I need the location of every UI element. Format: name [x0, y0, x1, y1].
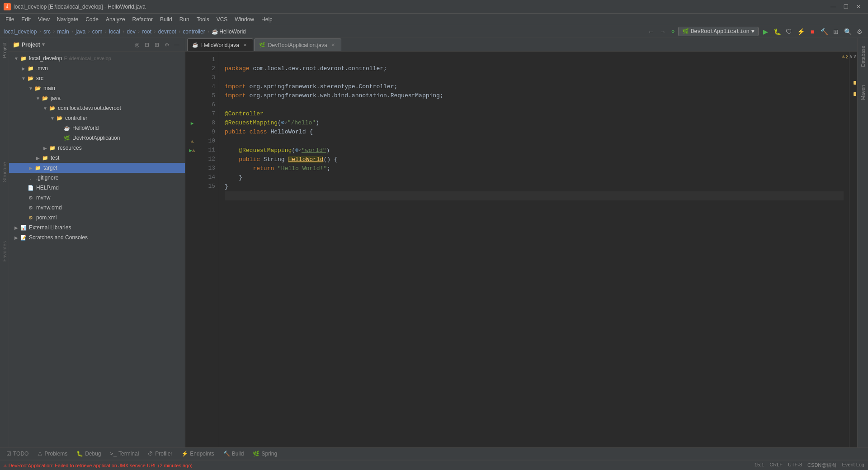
- hide-button[interactable]: —: [172, 40, 181, 49]
- favorites-panel-label[interactable]: Favorites: [2, 241, 7, 261]
- profile-button[interactable]: ⚡: [796, 27, 806, 37]
- coverage-button[interactable]: 🛡: [784, 27, 794, 37]
- build-button[interactable]: 🔨: [819, 27, 829, 37]
- cursor-position[interactable]: 15:1: [755, 462, 764, 469]
- tree-item-external-libraries[interactable]: ▶ 📊 External Libraries: [9, 223, 185, 233]
- structure-panel-label[interactable]: Structure: [2, 162, 7, 182]
- debug-button[interactable]: 🐛: [772, 27, 782, 37]
- run-button[interactable]: ▶: [760, 27, 770, 37]
- collapse-button[interactable]: ⊟: [142, 40, 151, 49]
- tree-item-controller[interactable]: ▼ 📂 controller: [9, 113, 185, 123]
- charset[interactable]: UTF-8: [788, 462, 802, 469]
- todo-tab[interactable]: ☑ TODO: [2, 448, 33, 460]
- tree-item-devrootapplication[interactable]: 🌿 DevRootApplication: [9, 133, 185, 143]
- run-config-selector[interactable]: 🌿 DevRootApplication ▼: [678, 27, 759, 36]
- breadcrumb-devroot[interactable]: devroot: [158, 28, 176, 35]
- run-gutter-icon[interactable]: ▶: [191, 120, 194, 126]
- tab-close-helloworld[interactable]: ✕: [242, 42, 248, 48]
- breadcrumb-main[interactable]: main: [57, 28, 69, 35]
- problems-tab[interactable]: ⚠ Problems: [33, 448, 72, 460]
- no-arrow: [20, 184, 27, 191]
- warning-arrow-down[interactable]: ∨: [853, 53, 856, 59]
- expand-arrow: ▼: [42, 104, 49, 112]
- minimize-button[interactable]: —: [827, 2, 839, 12]
- breadcrumb-local-develop[interactable]: local_develop: [4, 28, 37, 35]
- terminal-tab[interactable]: >_ Terminal: [106, 448, 144, 460]
- gear-icon[interactable]: ⚙: [162, 40, 171, 49]
- code-editor[interactable]: package com.local.dev.root.devroot.contr…: [219, 52, 849, 447]
- expand-button[interactable]: ⊞: [152, 40, 161, 49]
- warning-arrow-up[interactable]: ∧: [849, 53, 853, 59]
- tree-item-mvnwcmd[interactable]: ⚙ mvnw.cmd: [9, 203, 185, 213]
- no-arrow: [56, 124, 63, 132]
- code-line-13: }: [225, 174, 242, 181]
- frame-button[interactable]: ⊞: [831, 27, 841, 37]
- menu-item-refactor[interactable]: Refactor: [129, 15, 156, 24]
- menu-item-view[interactable]: View: [34, 15, 53, 24]
- tree-item-gitignore[interactable]: . .gitignore: [9, 173, 185, 183]
- menu-item-edit[interactable]: Edit: [18, 15, 34, 24]
- tree-item-src[interactable]: ▼ 📂 src: [9, 73, 185, 83]
- menu-item-window[interactable]: Window: [231, 15, 258, 24]
- back-button[interactable]: ←: [646, 27, 656, 37]
- close-button[interactable]: ✕: [853, 2, 864, 12]
- tree-item-resources[interactable]: ▶ 📁 resources: [9, 143, 185, 153]
- tab-close-devrootapp[interactable]: ✕: [330, 42, 336, 48]
- breadcrumb-local[interactable]: local: [109, 28, 120, 35]
- tree-item-scratches[interactable]: ▶ 📝 Scratches and Consoles: [9, 233, 185, 242]
- project-panel-label[interactable]: Project: [2, 43, 7, 58]
- csdn-label: CSDN@猫图: [807, 462, 836, 469]
- profiler-tab[interactable]: ⏱ Profiler: [143, 448, 177, 460]
- tab-devrootapp[interactable]: 🌿 DevRootApplication.java ✕: [254, 38, 341, 51]
- tab-helloworld[interactable]: ☕ HelloWorld.java ✕: [187, 38, 253, 51]
- stop-button[interactable]: ■: [807, 27, 817, 37]
- debug-label: Debug: [85, 451, 101, 457]
- menu-item-code[interactable]: Code: [82, 15, 102, 24]
- tree-item-mvnw[interactable]: ⚙ mvnw: [9, 193, 185, 203]
- forward-button[interactable]: →: [658, 27, 668, 37]
- menu-item-vcs[interactable]: VCS: [213, 15, 231, 24]
- tree-item-helpmd[interactable]: 📄 HELP.md: [9, 183, 185, 193]
- line-ending[interactable]: CRLF: [769, 462, 783, 469]
- breadcrumb-com[interactable]: com: [92, 28, 103, 35]
- menu-item-help[interactable]: Help: [258, 15, 276, 24]
- build-tab[interactable]: 🔨 Build: [219, 448, 249, 460]
- tree-item-local-develop[interactable]: ▼ 📁 local_develop E:\idea\local_develop: [9, 53, 185, 63]
- menu-item-run[interactable]: Run: [176, 15, 193, 24]
- menu-item-tools[interactable]: Tools: [193, 15, 213, 24]
- search-button[interactable]: 🔍: [843, 27, 853, 37]
- tree-item-com[interactable]: ▼ 📂 com.local.dev.root.devroot: [9, 103, 185, 113]
- maven-tab[interactable]: Maven: [858, 74, 868, 110]
- run-gutter-11[interactable]: ▶: [189, 147, 192, 153]
- tree-item-test[interactable]: ▶ 📁 test: [9, 153, 185, 163]
- tree-item-java[interactable]: ▼ 📂 java: [9, 93, 185, 103]
- event-log[interactable]: Event Log: [842, 462, 864, 469]
- terminal-icon: >_: [110, 451, 117, 457]
- tree-item-pomxml[interactable]: ⚙ pom.xml: [9, 213, 185, 223]
- menu-item-build[interactable]: Build: [156, 15, 176, 24]
- debug-tab[interactable]: 🐛 Debug: [72, 448, 105, 460]
- breadcrumb-root[interactable]: root: [142, 28, 151, 35]
- database-tab[interactable]: Database: [858, 38, 868, 74]
- breadcrumb-java[interactable]: java: [75, 28, 85, 35]
- menu-item-navigate[interactable]: Navigate: [53, 15, 82, 24]
- breadcrumb-dev[interactable]: dev: [127, 28, 135, 35]
- menu-item-file[interactable]: File: [2, 15, 18, 24]
- todo-icon: ☑: [6, 451, 11, 457]
- breadcrumb-controller[interactable]: controller: [183, 28, 205, 35]
- no-arrow: [20, 194, 27, 201]
- tree-item-main[interactable]: ▼ 📂 main: [9, 83, 185, 93]
- tree-item-helloworld[interactable]: ☕ HelloWorld: [9, 123, 185, 133]
- spring-tab[interactable]: 🌿 Spring: [248, 448, 282, 460]
- tree-item-mvn[interactable]: ▶ 📁 .mvn: [9, 63, 185, 73]
- tree-item-target[interactable]: ▶ 📁 target: [9, 163, 185, 173]
- scroll-marker-1: [854, 81, 856, 85]
- endpoints-label: Endpoints: [190, 451, 214, 457]
- settings-button[interactable]: ⚙: [854, 27, 864, 37]
- breadcrumb-src[interactable]: src: [43, 28, 51, 35]
- breadcrumb-helloworld[interactable]: ☕HelloWorld: [212, 28, 245, 35]
- maximize-button[interactable]: ❐: [840, 2, 852, 12]
- endpoints-tab[interactable]: ⚡ Endpoints: [177, 448, 218, 460]
- menu-item-analyze[interactable]: Analyze: [102, 15, 129, 24]
- locate-button[interactable]: ◎: [132, 40, 142, 49]
